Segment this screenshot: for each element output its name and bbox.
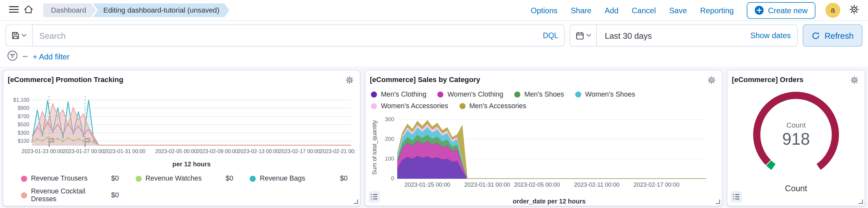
home-icon	[24, 5, 33, 16]
query-bar: DQL Last 30 days Show dates Refresh	[0, 21, 868, 50]
create-new-button[interactable]: Create new	[747, 2, 815, 19]
series-name: Women's Clothing	[447, 90, 503, 98]
legend-item[interactable]: Men's Clothing	[371, 90, 427, 98]
legend-item[interactable]: Revenue Watches $0	[135, 175, 233, 182]
panel-title: [eCommerce] Sales by Category	[370, 75, 717, 85]
series-value: $0	[225, 175, 233, 182]
promotion-tracking-chart[interactable]: $100$300$500$700$900$1,1002023-01-23 00:…	[8, 92, 355, 160]
saved-query-menu-button[interactable]	[5, 25, 32, 47]
y-axis-title: Sum of total_quantity	[371, 114, 378, 181]
legend-item[interactable]: Revenue Trousers $0	[21, 175, 119, 182]
sales-by-category-chart[interactable]: 01002003002023-01-25 00:002023-01-31 00:…	[379, 113, 711, 195]
panel-options-button[interactable]	[342, 74, 357, 88]
legend-item[interactable]: Revenue Bags $0	[250, 175, 348, 182]
x-axis-title: per 12 hours	[8, 161, 355, 167]
series-color-dot	[21, 192, 27, 198]
show-dates-button[interactable]: Show dates	[750, 31, 797, 40]
series-color-dot	[371, 91, 377, 97]
calendar-icon	[576, 31, 584, 40]
panel-orders: [eCommerce] Orders Count 918 Count	[727, 70, 865, 206]
legend-item[interactable]: Men's Accessories	[459, 102, 526, 110]
x-tick-label: 2023-01-23 00:00	[22, 148, 63, 154]
filter-bar: + Add filter	[0, 50, 868, 66]
filter-icon	[7, 50, 18, 63]
breadcrumb-item-editing-dashboard: Editing dashboard-tutorial (unsaved)	[93, 3, 229, 17]
x-tick-label: 2023-01-31 00:00	[464, 182, 510, 188]
menu-button[interactable]	[7, 3, 21, 18]
series-value: $0	[111, 175, 119, 182]
refresh-label: Refresh	[825, 31, 854, 40]
panel-resize-handle[interactable]	[713, 197, 721, 204]
app-header: Dashboard Editing dashboard-tutorial (un…	[0, 0, 868, 21]
resize-handle-icon	[351, 197, 359, 204]
options-link[interactable]: Options	[531, 6, 557, 15]
x-tick-label: 2023-02-17 00:00	[633, 182, 679, 188]
legend-toggle-button[interactable]	[369, 191, 380, 202]
x-tick-label: 2023-02-09 00:00	[196, 148, 238, 154]
series-name: Revenue Watches	[146, 175, 202, 182]
date-quick-menu-button[interactable]	[570, 25, 597, 46]
y-tick-label: 100	[385, 155, 394, 162]
chevron-down-icon	[586, 34, 591, 37]
series-name: Women's Accessories	[381, 102, 448, 110]
filter-divider	[23, 56, 27, 57]
home-button[interactable]	[21, 3, 35, 18]
series-name: Men's Shoes	[524, 90, 564, 98]
series-color-dot	[250, 175, 256, 182]
series-color-dot	[515, 91, 521, 97]
top-nav-menu: Options Share Add Cancel Save Reporting	[531, 6, 734, 15]
x-tick-label: 2023-01-25 00:00	[404, 182, 450, 188]
panel-sales-by-category: [eCommerce] Sales by Category Men's Clot…	[365, 70, 722, 206]
legend-item[interactable]: Women's Accessories	[371, 102, 448, 110]
search-group: DQL	[5, 25, 565, 47]
x-tick-label: 2023-02-17 00:00	[279, 148, 320, 154]
cancel-link[interactable]: Cancel	[632, 6, 656, 15]
save-link[interactable]: Save	[669, 6, 687, 15]
legend-item[interactable]: Revenue Cocktail Dresses $0	[21, 187, 119, 203]
y-tick-label: $100	[18, 138, 29, 144]
refresh-button[interactable]: Refresh	[803, 25, 863, 47]
breadcrumb-item-dashboard[interactable]: Dashboard	[43, 3, 96, 17]
x-tick-label: 2023-01-31 00:00	[104, 148, 146, 154]
legend-toggle-button[interactable]	[731, 191, 742, 202]
refresh-icon	[812, 31, 820, 40]
y-tick-label: $900	[18, 105, 29, 111]
gauge-value: 918	[782, 130, 810, 149]
series-color-dot	[21, 175, 27, 182]
search-input[interactable]	[32, 25, 565, 47]
add-filter-button[interactable]: + Add filter	[33, 52, 69, 61]
resize-handle-icon	[857, 197, 863, 204]
create-new-label: Create new	[768, 6, 808, 15]
share-link[interactable]: Share	[570, 6, 591, 15]
filters-menu-button[interactable]	[7, 51, 18, 62]
panel-options-button[interactable]	[704, 74, 719, 88]
add-link[interactable]: Add	[605, 6, 619, 15]
series-value: $0	[340, 175, 348, 182]
nav-settings-button[interactable]	[847, 3, 862, 18]
user-avatar[interactable]: a	[826, 3, 840, 18]
date-range-display[interactable]: Last 30 days	[597, 31, 750, 40]
kibana-dashboard-app: Dashboard Editing dashboard-tutorial (un…	[0, 0, 868, 208]
x-tick-label: 2023-02-11 00:00	[574, 182, 620, 188]
x-tick-label: 2023-02-21 00:00	[320, 148, 355, 154]
series-name: Revenue Bags	[260, 175, 305, 182]
legend-item[interactable]: Men's Shoes	[515, 90, 564, 98]
series-color-dot	[437, 91, 443, 97]
series-name: Revenue Cocktail Dresses	[31, 187, 107, 203]
reporting-link[interactable]: Reporting	[700, 6, 734, 15]
legend-item[interactable]: Women's Shoes	[575, 90, 635, 98]
panel-resize-handle[interactable]	[857, 197, 864, 204]
x-tick-label: 2023-02-05 00:00	[155, 148, 197, 154]
y-tick-label: $500	[18, 122, 29, 127]
x-tick-label: 2023-02-13 00:00	[238, 148, 279, 154]
query-language-button[interactable]: DQL	[543, 31, 558, 40]
series-color-dot	[135, 175, 142, 182]
gear-icon	[849, 4, 859, 16]
panel-options-button[interactable]	[847, 74, 862, 88]
y-tick-label: $300	[18, 130, 29, 136]
panel-resize-handle[interactable]	[351, 197, 359, 204]
list-icon	[371, 192, 378, 201]
legend-item[interactable]: Women's Clothing	[437, 90, 503, 98]
y-tick-label: $1,100	[13, 97, 29, 103]
gear-icon	[850, 76, 858, 86]
